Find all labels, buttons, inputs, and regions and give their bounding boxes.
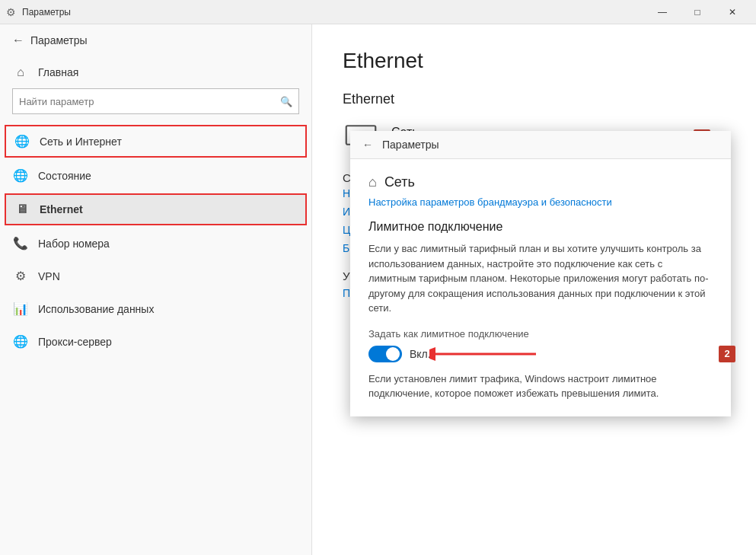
sidebar-item-vpn[interactable]: ⚙ VPN: [0, 260, 311, 292]
section-title: Ethernet: [343, 91, 726, 107]
vpn-icon: ⚙: [12, 269, 29, 283]
sidebar-app-title: Параметры: [30, 34, 88, 46]
sidebar-data-usage-label: Использование данных: [38, 303, 154, 315]
sidebar-item-dialup[interactable]: 📞 Набор номера: [0, 227, 311, 260]
dialup-icon: 📞: [12, 236, 29, 250]
popup-metered-title: Лимитное подключение: [368, 220, 713, 234]
sidebar-dialup-label: Набор номера: [38, 238, 110, 250]
sidebar-item-ethernet[interactable]: 🖥 Ethernet: [5, 193, 307, 225]
titlebar-icon: ⚙: [6, 6, 16, 18]
popup-metered-description: Если у вас лимитный тарифный план и вы х…: [368, 241, 713, 316]
sidebar-vpn-label: VPN: [38, 270, 60, 282]
popup-titlebar: ← Параметры: [350, 131, 731, 159]
titlebar-title: Параметры: [22, 7, 645, 18]
popup-title-text: Параметры: [382, 139, 439, 151]
minimize-button[interactable]: —: [645, 0, 680, 24]
status-icon: 🌐: [12, 168, 29, 183]
home-icon: ⌂: [12, 65, 29, 79]
popup-firewall-link[interactable]: Настройка параметров брандмауэра и безоп…: [368, 196, 713, 208]
data-usage-icon: 📊: [12, 301, 29, 316]
sidebar-back-button[interactable]: ← Параметры: [0, 24, 311, 56]
popup-content: ⌂ Сеть Настройка параметров брандмауэра …: [350, 159, 731, 416]
popup-home-icon: ⌂: [368, 174, 377, 190]
sidebar-item-network[interactable]: 🌐 Сеть и Интернет: [5, 125, 307, 158]
back-arrow-icon: ←: [12, 33, 24, 47]
maximize-button[interactable]: □: [680, 0, 715, 24]
proxy-icon: 🌐: [12, 334, 29, 349]
toggle-knob: [386, 347, 400, 361]
sidebar-home-label: Главная: [38, 66, 78, 78]
sidebar-status-label: Состояние: [38, 170, 91, 182]
search-box: 🔍: [12, 88, 299, 114]
network-globe-icon: 🌐: [14, 134, 30, 148]
app-body: ← Параметры ⌂ Главная 🔍 🌐 Сеть и Интерне…: [0, 24, 756, 555]
page-title: Ethernet: [343, 49, 726, 73]
close-button[interactable]: ✕: [715, 0, 750, 24]
main-content: Ethernet Ethernet Сеть Подключено: [312, 24, 756, 555]
sidebar-ethernet-label: Ethernet: [40, 203, 83, 215]
popup-overlay: ← Параметры ⌂ Сеть Настройка параметров …: [350, 131, 731, 416]
titlebar-controls: — □ ✕: [645, 0, 750, 24]
sidebar-item-status[interactable]: 🌐 Состояние: [0, 159, 311, 192]
ethernet-icon: 🖥: [14, 203, 30, 216]
popup-footer-text: Если установлен лимит трафика, Windows н…: [368, 372, 713, 401]
sidebar-proxy-label: Прокси-сервер: [38, 336, 112, 348]
popup-section-title: Сеть: [384, 174, 415, 190]
sidebar-network-label: Сеть и Интернет: [40, 136, 122, 148]
red-arrow-2: [429, 345, 544, 363]
sidebar: ← Параметры ⌂ Главная 🔍 🌐 Сеть и Интерне…: [0, 24, 312, 555]
toggle-text: Вкл.: [410, 348, 431, 360]
toggle-switch[interactable]: [368, 346, 402, 362]
search-input[interactable]: [19, 96, 280, 107]
search-icon: 🔍: [280, 96, 292, 107]
sidebar-item-home[interactable]: ⌂ Главная: [0, 56, 311, 88]
titlebar: ⚙ Параметры — □ ✕: [0, 0, 756, 24]
popup-back-button[interactable]: ←: [362, 139, 373, 151]
toggle-container: Вкл. 2: [368, 346, 713, 362]
sidebar-item-data-usage[interactable]: 📊 Использование данных: [0, 292, 311, 325]
badge-2: 2: [713, 346, 735, 362]
popup-section-header: ⌂ Сеть: [368, 174, 713, 190]
toggle-label: Задать как лимитное подключение: [368, 328, 713, 340]
sidebar-item-proxy[interactable]: 🌐 Прокси-сервер: [0, 325, 311, 358]
